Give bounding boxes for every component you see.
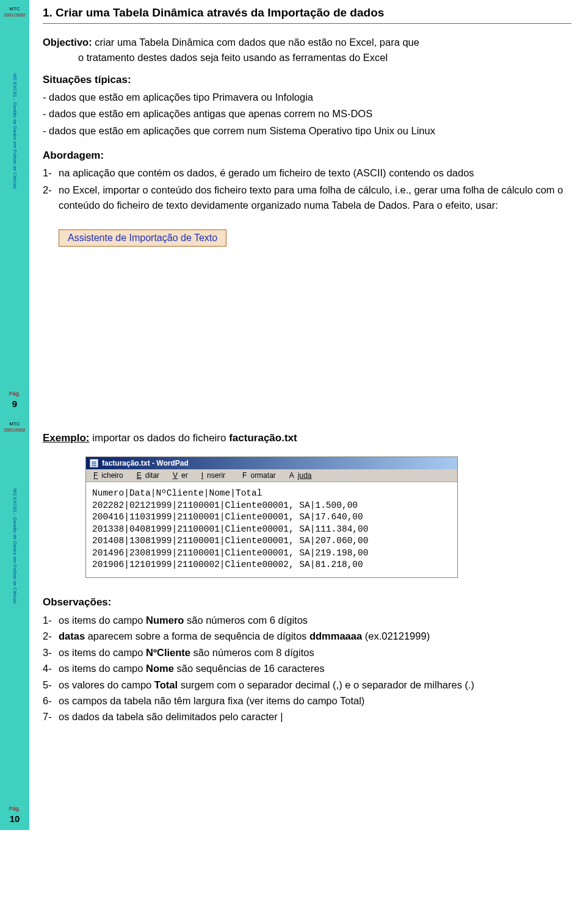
menu-ajuda[interactable]: Ajuda	[282, 471, 316, 480]
exemplo-text: importar os dados do ficheiro	[90, 432, 230, 444]
abordagem-item-2: 2- no Excel, importar o conteúdo dos fic…	[43, 182, 571, 214]
menu-ver[interactable]: Ver	[169, 471, 195, 480]
content-page1: 1. Criar uma Tabela Dinâmica através da …	[29, 0, 586, 415]
situacao-item-3: - dados que estão em aplicações que corr…	[43, 123, 571, 139]
obs-item-6: 6- os campos da tabela não têm largura f…	[43, 693, 571, 709]
situacao-item-1: - dados que estão em aplicações tipo Pri…	[43, 90, 571, 106]
abordagem-2-text: no Excel, importar o conteúdo dos fichei…	[59, 182, 571, 214]
page-label-2: Pág.	[0, 806, 29, 812]
menu-editar-u: E	[137, 471, 142, 480]
obs-2-prefix: 2-	[43, 628, 59, 644]
obs-item-7: 7- os dados da tabela são delimitados pe…	[43, 709, 571, 724]
obs-3-prefix: 3-	[43, 644, 59, 660]
obs-1-prefix: 1-	[43, 612, 59, 628]
page-number-1: 9	[0, 399, 29, 409]
abordagem-2-prefix: 2-	[43, 182, 59, 214]
obs-6-text: os campos da tabela não têm largura fixa…	[59, 693, 571, 709]
obs-4-prefix: 4-	[43, 660, 59, 676]
abordagem-list: 1- na aplicação que contém os dados, é g…	[43, 165, 571, 214]
objectivo-paragraph: Objectivo: criar uma Tabela Dinâmica com…	[43, 35, 571, 65]
obs-4-text: os items do campo Nome são sequências de…	[59, 660, 571, 676]
objectivo-label: Objectivo:	[43, 37, 92, 48]
obs-item-2: 2- datas aparecem sobre a forma de sequê…	[43, 628, 571, 644]
wordpad-title-text: facturação.txt - WordPad	[102, 459, 189, 467]
sidebar-vertical-text: MS EXCEL - Gestão de Dados em Folhas de …	[12, 73, 18, 189]
divider	[43, 23, 571, 24]
wordpad-titlebar[interactable]: facturação.txt - WordPad	[86, 457, 457, 469]
abordagem-item-1: 1- na aplicação que contém os dados, é g…	[43, 165, 571, 181]
situacao-item-2: - dados que estão em aplicações antigas …	[43, 106, 571, 122]
sidebar-page2: MTC 2001/2002 MS EXCEL - Gestão de Dados…	[0, 415, 29, 830]
menu-ajuda-r: juda	[298, 471, 312, 480]
abordagem-1-prefix: 1-	[43, 165, 59, 181]
exemplo-label: Exemplo:	[43, 432, 90, 444]
obs-item-4: 4- os items do campo Nome são sequências…	[43, 660, 571, 676]
wordpad-menubar: Ficheiro Editar Ver Inserir Formatar Aju…	[86, 469, 457, 482]
menu-inserir-r: nserir	[203, 471, 229, 480]
abordagem-label: Abordagem:	[43, 150, 571, 162]
mtc-label-2: MTC 2001/2002	[0, 421, 29, 433]
wordpad-window: facturação.txt - WordPad Ficheiro Editar…	[85, 457, 458, 578]
obs-6-prefix: 6-	[43, 693, 59, 709]
menu-editar[interactable]: Editar	[133, 471, 167, 480]
obs-item-5: 5- os valores do campo Total surgem com …	[43, 677, 571, 693]
obs-3-text: os items do campo NºCliente são números …	[59, 644, 571, 660]
menu-ficheiro[interactable]: Ficheiro	[90, 471, 131, 480]
menu-formatar[interactable]: Formatar	[235, 471, 280, 480]
obs-7-prefix: 7-	[43, 709, 59, 724]
menu-ver-r: er	[178, 471, 192, 480]
page-number-2: 10	[0, 814, 29, 824]
sidebar-vertical-text-2: MS EXCEL - Gestão de Dados em Folhas de …	[12, 488, 18, 604]
obs-5-prefix: 5-	[43, 677, 59, 693]
menu-ajuda-u: A	[286, 471, 298, 480]
menu-inserir[interactable]: Inserir	[198, 471, 233, 480]
menu-formatar-r: ormatar	[250, 471, 275, 480]
assistente-box: Assistente de Importação de Texto	[59, 229, 226, 247]
situacoes-list: - dados que estão em aplicações tipo Pri…	[43, 90, 571, 139]
wordpad-body[interactable]: Numero|Data|NºCliente|Nome|Total 202282|…	[86, 482, 457, 577]
menu-editar-r: ditar	[142, 471, 163, 480]
section-title: 1. Criar uma Tabela Dinâmica através da …	[43, 6, 571, 20]
mtc-text-2: MTC	[0, 421, 29, 427]
obs-7-text: os dados da tabela são delimitados pelo …	[59, 709, 571, 724]
abordagem-1-text: na aplicação que contém os dados, é gera…	[59, 165, 571, 181]
exemplo-filename: facturação.txt	[229, 432, 297, 444]
observacoes-list: 1- os items do campo Numero são números …	[43, 612, 571, 725]
situacoes-label: Situações típicas:	[43, 74, 571, 86]
document-icon	[90, 459, 98, 467]
mtc-year: 2001/2002	[0, 12, 29, 18]
objectivo-text-line1: criar uma Tabela Dinâmica com dados que …	[92, 37, 419, 48]
obs-item-1: 1- os items do campo Numero são números …	[43, 612, 571, 628]
page-label: Pág.	[0, 391, 29, 397]
mtc-label: MTC 2001/2002	[0, 6, 29, 18]
obs-item-3: 3- os items do campo NºCliente são númer…	[43, 644, 571, 660]
mtc-year-2: 2001/2002	[0, 427, 29, 433]
sidebar-page1: MTC 2001/2002 MS EXCEL - Gestão de Dados…	[0, 0, 29, 415]
menu-formatar-u: F	[239, 471, 250, 480]
objectivo-text-line2: o tratamento destes dados seja feito usa…	[43, 50, 571, 65]
obs-2-text: datas aparecem sobre a forma de sequênci…	[59, 628, 571, 644]
menu-ficheiro-r: icheiro	[98, 471, 126, 480]
observacoes-label: Observações:	[43, 596, 571, 608]
obs-1-text: os items do campo Numero são números com…	[59, 612, 571, 628]
exemplo-line: Exemplo: importar os dados do ficheiro f…	[43, 432, 571, 444]
menu-ver-u: V	[173, 471, 178, 480]
obs-5-text: os valores do campo Total surgem com o s…	[59, 677, 571, 693]
mtc-text: MTC	[0, 6, 29, 12]
content-page2: Exemplo: importar os dados do ficheiro f…	[29, 415, 586, 830]
